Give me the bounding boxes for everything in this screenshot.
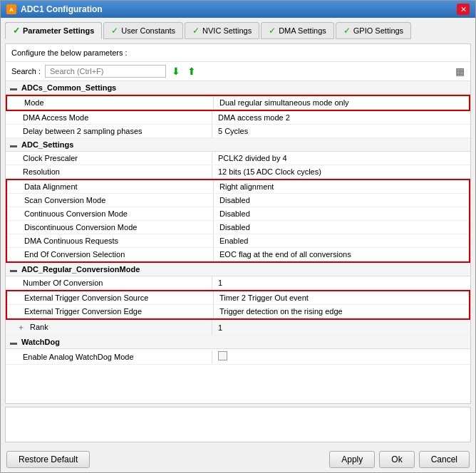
param-name-discontinuous-conversion: Discontinuous Conversion Mode	[7, 221, 214, 234]
rank-expand-icon: ＋	[17, 323, 25, 331]
param-name-ext-trigger-source: External Trigger Conversion Source	[7, 291, 214, 304]
param-value-delay: 5 Cycles	[212, 125, 470, 137]
apply-button[interactable]: Apply	[329, 451, 375, 468]
tab-dma-settings[interactable]: ✓ DMA Settings	[261, 22, 334, 39]
section-adc-regular-label: ADC_Regular_ConversionMode	[21, 265, 140, 274]
close-button[interactable]: ✕	[457, 4, 470, 15]
footer-buttons: Restore Default Apply Ok Cancel	[1, 447, 475, 472]
param-value-scan-conversion: Disabled	[214, 194, 469, 207]
tab-check-icon-3: ✓	[192, 26, 200, 36]
param-row-num-conversion[interactable]: Number Of Conversion 1	[6, 276, 470, 290]
tabs-bar: ✓ Parameter Settings ✓ User Constants ✓ …	[5, 22, 471, 39]
param-row-discontinuous-conversion[interactable]: Discontinuous Conversion Mode Disabled	[7, 221, 469, 234]
right-buttons: Apply Ok Cancel	[329, 451, 470, 468]
param-name-continuous-conversion: Continuous Conversion Mode	[7, 207, 214, 220]
param-row-rank[interactable]: ＋ Rank 1	[6, 320, 470, 336]
section-adc-settings-label: ADC_Settings	[21, 140, 73, 149]
param-name-eoc-selection: End Of Conversion Selection	[7, 248, 214, 261]
title-bar-left: A ADC1 Configuration	[6, 4, 103, 14]
tab-check-icon: ✓	[13, 26, 20, 36]
param-value-resolution: 12 bits (15 ADC Clock cycles)	[212, 165, 470, 178]
tab-check-icon-2: ✓	[111, 26, 118, 36]
search-label: Search :	[11, 67, 41, 76]
tab-gpio-settings[interactable]: ✓ GPIO Settings	[336, 22, 411, 39]
param-name-num-conversion: Number Of Conversion	[6, 276, 212, 289]
ok-button[interactable]: Ok	[379, 451, 414, 468]
section-adcs-common-settings[interactable]: ▬ ADCs_Common_Settings	[6, 81, 470, 95]
tab-nvic-settings-label: NVIC Settings	[202, 26, 252, 35]
param-value-watchdog-mode	[212, 349, 470, 364]
search-down-button[interactable]: ⬇	[170, 66, 182, 77]
main-content: ✓ Parameter Settings ✓ User Constants ✓ …	[1, 18, 475, 447]
grid-icon[interactable]: ▦	[455, 66, 465, 77]
section-regular-expand-icon: ▬	[10, 266, 19, 274]
tab-dma-settings-label: DMA Settings	[279, 26, 326, 35]
param-value-dma-access: DMA access mode 2	[212, 111, 470, 124]
tab-parameter-settings[interactable]: ✓ Parameter Settings	[5, 22, 102, 39]
param-name-dma-continuous: DMA Continuous Requests	[7, 234, 214, 247]
tab-user-constants[interactable]: ✓ User Constants	[103, 22, 183, 39]
section-watchdog[interactable]: ▬ WatchDog	[6, 336, 470, 349]
param-row-scan-conversion[interactable]: Scan Conversion Mode Disabled	[7, 194, 469, 207]
tab-parameter-settings-label: Parameter Settings	[23, 26, 94, 35]
tab-gpio-settings-label: GPIO Settings	[353, 26, 403, 35]
param-value-eoc-selection: EOC flag at the end of all conversions	[214, 248, 469, 261]
search-row: Search : ⬇ ⬆ ▦	[6, 62, 470, 81]
param-value-continuous-conversion: Disabled	[214, 207, 469, 220]
section-adc-expand-icon: ▬	[10, 141, 19, 149]
section-watchdog-label: WatchDog	[21, 338, 60, 346]
config-area: Configure the below parameters : Search …	[5, 43, 471, 404]
window-icon: A	[6, 4, 16, 14]
cancel-button[interactable]: Cancel	[419, 451, 470, 468]
param-row-delay[interactable]: Delay between 2 sampling phases 5 Cycles	[6, 125, 470, 138]
param-value-dma-continuous: Enabled	[214, 234, 469, 247]
info-area	[5, 407, 471, 442]
param-row-clock-prescaler[interactable]: Clock Prescaler PCLK2 divided by 4	[6, 152, 470, 165]
param-row-eoc-selection[interactable]: End Of Conversion Selection EOC flag at …	[7, 248, 469, 261]
param-row-data-alignment[interactable]: Data Alignment Right alignment	[7, 180, 469, 194]
title-bar: A ADC1 Configuration ✕	[1, 1, 475, 18]
param-value-mode: Dual regular simultaneous mode only	[214, 96, 469, 109]
param-value-data-alignment: Right alignment	[214, 180, 469, 193]
watchdog-checkbox[interactable]	[218, 351, 227, 360]
search-up-button[interactable]: ⬆	[186, 66, 197, 77]
param-row-continuous-conversion[interactable]: Continuous Conversion Mode Disabled	[7, 207, 469, 221]
param-name-clock-prescaler: Clock Prescaler	[6, 152, 212, 165]
tab-check-icon-4: ✓	[269, 26, 276, 36]
main-window: A ADC1 Configuration ✕ ✓ Parameter Setti…	[0, 0, 476, 473]
param-value-rank: 1	[212, 321, 470, 334]
param-row-resolution[interactable]: Resolution 12 bits (15 ADC Clock cycles)	[6, 165, 470, 179]
param-value-num-conversion: 1	[212, 276, 470, 289]
config-description: Configure the below parameters :	[6, 44, 470, 62]
search-input[interactable]	[45, 65, 166, 78]
restore-default-button[interactable]: Restore Default	[6, 451, 90, 468]
param-row-dma-access-mode[interactable]: DMA Access Mode DMA access mode 2	[6, 111, 470, 125]
param-row-ext-trigger-edge[interactable]: External Trigger Conversion Edge Trigger…	[7, 305, 469, 318]
param-name-watchdog-mode: Enable Analog WatchDog Mode	[6, 350, 212, 363]
param-name-dma-access: DMA Access Mode	[6, 111, 212, 124]
param-name-delay: Delay between 2 sampling phases	[6, 125, 212, 137]
section-watchdog-expand-icon: ▬	[10, 338, 19, 346]
section-adcs-common-settings-label: ADCs_Common_Settings	[21, 83, 116, 92]
section-expand-icon: ▬	[10, 84, 19, 92]
param-table: ▬ ADCs_Common_Settings Mode Dual regular…	[6, 81, 470, 403]
param-value-discontinuous-conversion: Disabled	[214, 221, 469, 234]
param-row-mode[interactable]: Mode Dual regular simultaneous mode only	[7, 96, 469, 110]
param-name-data-alignment: Data Alignment	[7, 180, 214, 193]
param-name-resolution: Resolution	[6, 165, 212, 178]
param-row-dma-continuous[interactable]: DMA Continuous Requests Enabled	[7, 234, 469, 248]
param-name-ext-trigger-edge: External Trigger Conversion Edge	[7, 305, 214, 318]
param-value-ext-trigger-source: Timer 2 Trigger Out event	[214, 291, 469, 304]
param-value-clock-prescaler: PCLK2 divided by 4	[212, 152, 470, 165]
section-adc-regular[interactable]: ▬ ADC_Regular_ConversionMode	[6, 263, 470, 276]
param-value-ext-trigger-edge: Trigger detection on the rising edge	[214, 305, 469, 318]
tab-nvic-settings[interactable]: ✓ NVIC Settings	[185, 22, 259, 39]
param-row-ext-trigger-source[interactable]: External Trigger Conversion Source Timer…	[7, 291, 469, 305]
tab-user-constants-label: User Constants	[121, 26, 175, 35]
window-title: ADC1 Configuration	[21, 4, 103, 14]
param-row-watchdog-mode[interactable]: Enable Analog WatchDog Mode	[6, 349, 470, 365]
section-adc-settings[interactable]: ▬ ADC_Settings	[6, 138, 470, 152]
param-name-scan-conversion: Scan Conversion Mode	[7, 194, 214, 207]
tab-check-icon-5: ✓	[343, 26, 351, 36]
param-name-mode: Mode	[7, 96, 214, 109]
